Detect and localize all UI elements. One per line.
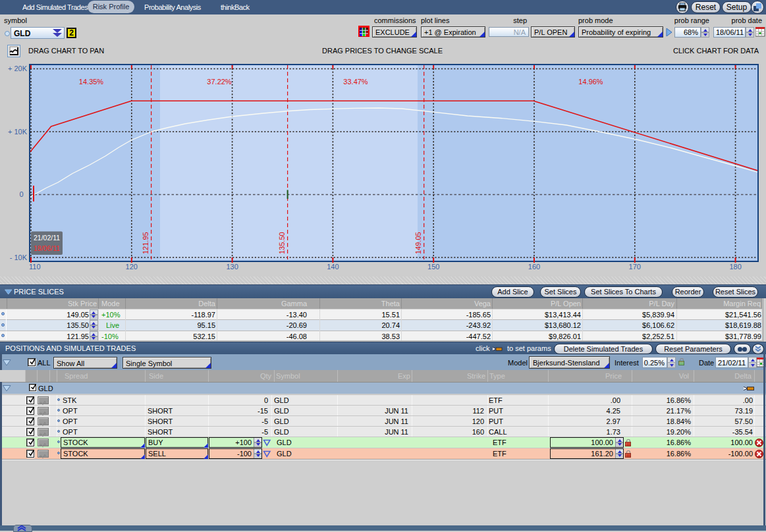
svg-text:135.50: 135.50 — [278, 232, 286, 254]
svg-text:150: 150 — [427, 263, 439, 271]
svg-text:0: 0 — [19, 190, 23, 198]
svg-text:110: 110 — [29, 263, 41, 271]
svg-text:130: 130 — [226, 263, 238, 271]
svg-text:+ 10K: + 10K — [8, 128, 28, 136]
svg-text:33.47%: 33.47% — [343, 78, 368, 86]
svg-text:14.35%: 14.35% — [79, 78, 104, 86]
svg-text:180: 180 — [729, 263, 741, 271]
svg-text:+ 20K: + 20K — [8, 65, 28, 72]
svg-text:121.95: 121.95 — [142, 232, 150, 254]
svg-text:120: 120 — [126, 263, 138, 271]
svg-text:14.96%: 14.96% — [578, 78, 603, 86]
svg-text:21/02/11: 21/02/11 — [34, 234, 60, 242]
svg-text:37.22%: 37.22% — [207, 78, 232, 86]
svg-text:149.05: 149.05 — [414, 232, 422, 254]
svg-text:- 10K: - 10K — [10, 253, 28, 261]
svg-text:160: 160 — [528, 263, 540, 271]
svg-text:18/06/11: 18/06/11 — [34, 244, 60, 252]
svg-text:140: 140 — [327, 263, 339, 271]
svg-text:170: 170 — [629, 263, 641, 271]
